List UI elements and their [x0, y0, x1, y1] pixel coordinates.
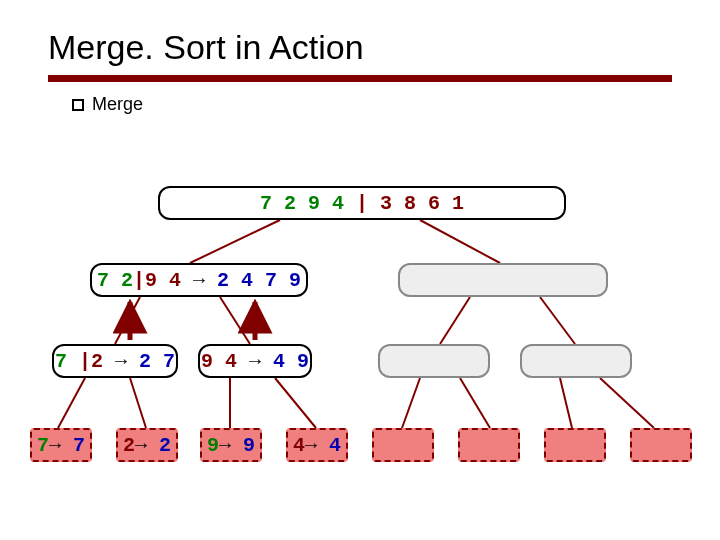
node-l2-d-empty — [520, 344, 632, 378]
l2a-b: 2 — [91, 350, 103, 373]
l2b-arrow: → — [237, 350, 273, 373]
leaf-f-empty — [458, 428, 520, 462]
svg-line-6 — [58, 378, 85, 428]
svg-line-5 — [540, 297, 575, 344]
l1l-out: 2 4 7 9 — [217, 269, 301, 292]
svg-line-0 — [190, 220, 280, 263]
bullet-box — [72, 99, 84, 111]
node-l1-left: 7 2 | 9 4 → 2 4 7 9 — [90, 263, 308, 297]
merge-sort-tree: 7 2 9 4 | 3 8 6 1 7 2 | 9 4 → 2 4 7 9 7 … — [0, 170, 720, 500]
l2b-a: 9 4 — [201, 350, 237, 373]
svg-line-11 — [460, 378, 490, 428]
leaf-a: 7 → 7 — [30, 428, 92, 462]
leaf-b: 2 → 2 — [116, 428, 178, 462]
l1l-a: 7 2 — [97, 269, 133, 292]
svg-line-1 — [420, 220, 500, 263]
svg-line-3 — [220, 297, 250, 344]
lc-in: 9 — [207, 434, 219, 457]
la-out: 7 — [73, 434, 85, 457]
svg-line-4 — [440, 297, 470, 344]
leaf-c: 9 → 9 — [200, 428, 262, 462]
node-root: 7 2 9 4 | 3 8 6 1 — [158, 186, 566, 220]
root-left: 7 2 9 4 — [260, 192, 344, 215]
slide-title: Merge. Sort in Action — [48, 28, 720, 67]
la-in: 7 — [37, 434, 49, 457]
node-l1-right-empty — [398, 263, 608, 297]
lb-in: 2 — [123, 434, 135, 457]
node-l2-c-empty — [378, 344, 490, 378]
l1l-sep: | — [133, 269, 145, 292]
ld-in: 4 — [293, 434, 305, 457]
l2b-out: 4 9 — [273, 350, 309, 373]
leaf-e-empty — [372, 428, 434, 462]
l2a-a: 7 — [55, 350, 67, 373]
l1l-b: 9 4 — [145, 269, 181, 292]
leaf-g-empty — [544, 428, 606, 462]
lb-out: 2 — [159, 434, 171, 457]
title-underline — [48, 75, 672, 82]
svg-line-7 — [130, 378, 146, 428]
la-ar: → — [49, 434, 73, 457]
l2a-sep: | — [67, 350, 91, 373]
bullet-label: Merge — [92, 94, 143, 114]
root-sep: | — [344, 192, 380, 215]
node-l2-b: 9 4 → 4 9 — [198, 344, 312, 378]
l2a-out: 2 7 — [139, 350, 175, 373]
lc-out: 9 — [243, 434, 255, 457]
ld-out: 4 — [329, 434, 341, 457]
node-l2-a: 7 | 2 → 2 7 — [52, 344, 178, 378]
leaf-d: 4 → 4 — [286, 428, 348, 462]
root-right: 3 8 6 1 — [380, 192, 464, 215]
l2a-arrow: → — [103, 350, 139, 373]
bullet-merge: Merge — [72, 94, 720, 115]
svg-line-12 — [560, 378, 572, 428]
leaf-h-empty — [630, 428, 692, 462]
svg-line-10 — [402, 378, 420, 428]
l1l-arrow: → — [181, 269, 217, 292]
ld-ar: → — [305, 434, 329, 457]
lb-ar: → — [135, 434, 159, 457]
svg-line-13 — [600, 378, 654, 428]
lc-ar: → — [219, 434, 243, 457]
svg-line-9 — [275, 378, 316, 428]
